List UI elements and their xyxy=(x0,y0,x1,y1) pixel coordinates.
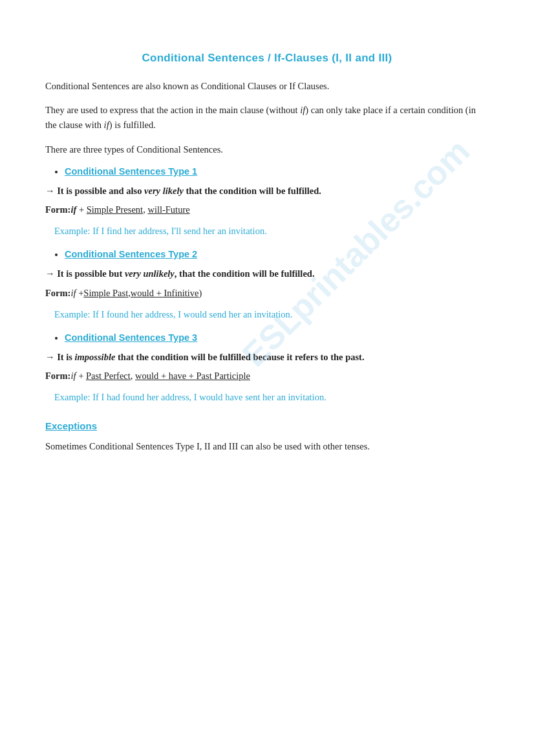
type3-would-have-link[interactable]: would + have + Past Participle xyxy=(135,371,250,381)
type1-arrow-line: → It is possible and also very likely th… xyxy=(45,184,489,199)
type3-arrow-text2: that the condition will be fulfilled bec… xyxy=(115,352,364,362)
type1-arrow-text1: It is possible and also very likely that… xyxy=(57,186,321,196)
type3-form-if: if xyxy=(70,371,76,381)
type1-form-line: Form:if + Simple Present, will-Future xyxy=(45,202,489,217)
type2-bullet: Conditional Sentences Type 2 xyxy=(65,249,489,260)
exceptions-title[interactable]: Exceptions xyxy=(45,420,489,431)
type3-arrow-strong: It is impossible that the condition will… xyxy=(57,352,364,362)
type2-arrow-line: → It is possible but very unlikely, that… xyxy=(45,266,489,281)
intro-text-2c: ) is fulfilled. xyxy=(109,120,156,130)
arrow-symbol-2: → xyxy=(45,268,57,279)
type1-bullet: Conditional Sentences Type 1 xyxy=(65,166,489,177)
type3-past-perfect-link[interactable]: Past Perfect xyxy=(86,371,131,381)
type2-link[interactable]: Conditional Sentences Type 2 xyxy=(65,249,197,259)
type2-arrow-text2: , that the condition will be fulfilled. xyxy=(175,268,315,279)
exceptions-text: Sometimes Conditional Sentences Type I, … xyxy=(45,439,489,454)
intro-paragraph-1: Conditional Sentences are also known as … xyxy=(45,79,489,94)
type3-list-item: Conditional Sentences Type 3 xyxy=(65,332,489,343)
arrow-symbol-3: → xyxy=(45,352,57,362)
type3-form-label: Form: xyxy=(45,371,70,381)
page-content: ESLprintables.com Conditional Sentences … xyxy=(45,52,489,455)
type1-form-if: if xyxy=(70,204,76,215)
page-title: Conditional Sentences / If-Clauses (I, I… xyxy=(45,52,489,65)
type3-link[interactable]: Conditional Sentences Type 3 xyxy=(65,332,197,343)
type2-would-infinitive-link[interactable]: would + Infinitive xyxy=(131,288,199,298)
intro-text-1: Conditional Sentences are also known as … xyxy=(45,81,329,91)
intro-paragraph-2: They are used to express that the action… xyxy=(45,103,489,133)
type2-form-paren: ) xyxy=(198,288,202,298)
type3-arrow-line: → It is impossible that the condition wi… xyxy=(45,350,489,365)
type1-arrow-text2: that the condition will be fulfilled. xyxy=(184,186,321,196)
type2-simple-past-link[interactable]: Simple Past xyxy=(83,288,128,298)
type1-link[interactable]: Conditional Sentences Type 1 xyxy=(65,166,197,177)
type1-list-item: Conditional Sentences Type 1 xyxy=(65,166,489,177)
type3-arrow-text1: It is xyxy=(57,352,74,362)
type2-arrow-em: very unlikely xyxy=(125,268,175,279)
arrow-symbol-1: → xyxy=(45,186,57,196)
type2-form-label: Form: xyxy=(45,288,70,298)
type2-arrow-text1: It is possible but xyxy=(57,268,125,279)
type2-form-line: Form:if +Simple Past,would + Infinitive) xyxy=(45,286,489,301)
intro-text-2a: They are used to express that the action… xyxy=(45,105,300,115)
type1-example: Example: If I find her address, I'll sen… xyxy=(54,224,489,239)
type1-form-plus: + xyxy=(76,204,86,215)
type3-bullet: Conditional Sentences Type 3 xyxy=(65,332,489,343)
intro-paragraph-3: There are three types of Conditional Sen… xyxy=(45,142,489,157)
type2-arrow-strong: It is possible but very unlikely, that t… xyxy=(57,268,314,279)
type2-form-plus: + xyxy=(76,288,84,298)
type1-will-future-link[interactable]: will-Future xyxy=(147,204,189,215)
type3-form-plus1: + xyxy=(76,371,86,381)
type1-simple-present-link[interactable]: Simple Present xyxy=(87,204,143,215)
type3-arrow-em: impossible xyxy=(75,352,116,362)
intro-if-2: if xyxy=(104,120,109,130)
type2-form-if: if xyxy=(70,288,76,298)
type3-example: Example: If I had found her address, I w… xyxy=(54,390,489,405)
type3-form-comma: , xyxy=(131,371,135,381)
type1-form-label: Form: xyxy=(45,204,70,215)
type2-list-item: Conditional Sentences Type 2 xyxy=(65,249,489,260)
type1-arrow-em: very likely xyxy=(144,186,184,196)
intro-text-3: There are three types of Conditional Sen… xyxy=(45,144,223,155)
type2-example: Example: If I found her address, I would… xyxy=(54,307,489,322)
type3-form-line: Form:if + Past Perfect, would + have + P… xyxy=(45,369,489,383)
